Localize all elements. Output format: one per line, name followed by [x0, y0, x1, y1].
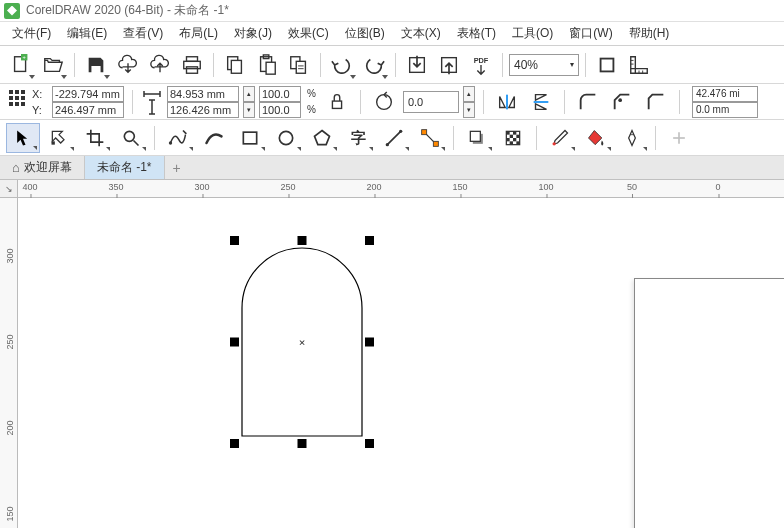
menu-view[interactable]: 查看(V) — [115, 23, 171, 44]
resize-handle-bl[interactable] — [230, 439, 239, 448]
rectangle-tool[interactable] — [233, 123, 267, 153]
cloud-save-button[interactable] — [113, 50, 143, 80]
percent-label: % — [305, 102, 318, 118]
lock-ratio-button[interactable] — [322, 87, 352, 117]
home-icon: ⌂ — [12, 160, 20, 175]
rotation-spinner[interactable]: ▴▾ — [463, 86, 475, 118]
paste-button[interactable] — [252, 50, 282, 80]
menu-layout[interactable]: 布局(L) — [171, 23, 226, 44]
mirror-v-button[interactable] — [526, 87, 556, 117]
vertical-ruler[interactable]: 300 250 200 150 — [0, 198, 18, 528]
menu-bar: 文件(F) 编辑(E) 查看(V) 布局(L) 对象(J) 效果(C) 位图(B… — [0, 22, 784, 46]
resize-handle-tl[interactable] — [230, 236, 239, 245]
size-spinner[interactable]: ▴▾ — [243, 86, 255, 118]
resize-handle-bc[interactable] — [298, 439, 307, 448]
y-position-input[interactable]: 246.497 mm — [52, 102, 124, 118]
pick-tool[interactable] — [6, 123, 40, 153]
resize-handle-ml[interactable] — [230, 338, 239, 347]
import-button[interactable] — [402, 50, 432, 80]
publish-pdf-button[interactable]: PDF — [466, 50, 496, 80]
zoom-level-input[interactable]: 40%▾ — [509, 54, 579, 76]
svg-point-34 — [377, 94, 392, 109]
redo-button[interactable] — [359, 50, 389, 80]
outline-width-input[interactable]: 42.476 mi — [692, 86, 758, 102]
corner-round-button[interactable] — [573, 87, 603, 117]
zoom-tool[interactable] — [114, 123, 148, 153]
svg-rect-56 — [513, 131, 516, 134]
fill-tool[interactable] — [579, 123, 613, 153]
rulers-button[interactable] — [624, 50, 654, 80]
copy-button[interactable] — [220, 50, 250, 80]
resize-handle-mr[interactable] — [365, 338, 374, 347]
ruler-origin[interactable]: ↘ — [0, 180, 18, 198]
menu-object[interactable]: 对象(J) — [226, 23, 280, 44]
duplicate-button[interactable] — [284, 50, 314, 80]
transparency-tool[interactable] — [496, 123, 530, 153]
crop-tool[interactable] — [78, 123, 112, 153]
mirror-h-button[interactable] — [492, 87, 522, 117]
menu-bitmap[interactable]: 位图(B) — [337, 23, 393, 44]
outline-offset-input[interactable]: 0.0 mm — [692, 102, 758, 118]
menu-file[interactable]: 文件(F) — [4, 23, 59, 44]
height-input[interactable]: 126.426 mm — [167, 102, 239, 118]
svg-point-37 — [618, 98, 622, 102]
shape-tool[interactable] — [42, 123, 76, 153]
selected-object[interactable]: × — [230, 236, 374, 448]
freehand-tool[interactable] — [161, 123, 195, 153]
menu-table[interactable]: 表格(T) — [449, 23, 504, 44]
svg-text:+: + — [23, 54, 26, 60]
svg-rect-24 — [9, 90, 13, 94]
corner-chamfer-button[interactable] — [641, 87, 671, 117]
svg-point-47 — [386, 143, 389, 146]
menu-text[interactable]: 文本(X) — [393, 23, 449, 44]
menu-edit[interactable]: 编辑(E) — [59, 23, 115, 44]
resize-handle-tc[interactable] — [298, 236, 307, 245]
width-input[interactable]: 84.953 mm — [167, 86, 239, 102]
svg-rect-61 — [510, 141, 513, 144]
connector-tool[interactable] — [413, 123, 447, 153]
center-marker-icon: × — [299, 336, 306, 349]
fullscreen-button[interactable] — [592, 50, 622, 80]
ellipse-tool[interactable] — [269, 123, 303, 153]
menu-tools[interactable]: 工具(O) — [504, 23, 561, 44]
polygon-tool[interactable] — [305, 123, 339, 153]
svg-rect-26 — [21, 90, 25, 94]
welcome-tab[interactable]: ⌂欢迎屏幕 — [0, 156, 85, 179]
open-button[interactable] — [38, 50, 68, 80]
scale-x-input[interactable]: 100.0 — [259, 86, 301, 102]
svg-rect-33 — [332, 101, 341, 108]
cloud-open-button[interactable] — [145, 50, 175, 80]
export-button[interactable] — [434, 50, 464, 80]
add-tool-button[interactable] — [662, 123, 696, 153]
text-tool[interactable]: 字 — [341, 123, 375, 153]
svg-text:字: 字 — [351, 129, 366, 146]
horizontal-ruler[interactable]: 400 350 300 250 200 150 100 50 0 — [18, 180, 784, 198]
dimension-tool[interactable] — [377, 123, 411, 153]
rotation-input[interactable]: 0.0 — [403, 91, 459, 113]
outline-pen-tool[interactable] — [615, 123, 649, 153]
resize-handle-tr[interactable] — [365, 236, 374, 245]
new-tab-button[interactable]: + — [165, 156, 189, 179]
app-logo-icon — [4, 3, 20, 19]
corner-scallop-button[interactable] — [607, 87, 637, 117]
svg-point-63 — [553, 142, 556, 145]
svg-rect-27 — [9, 96, 13, 100]
print-button[interactable] — [177, 50, 207, 80]
scale-y-input[interactable]: 100.0 — [259, 102, 301, 118]
x-position-input[interactable]: -229.794 mm — [52, 86, 124, 102]
position-icon — [6, 87, 28, 117]
save-button[interactable] — [81, 50, 111, 80]
svg-line-40 — [134, 140, 139, 145]
svg-point-48 — [399, 129, 402, 132]
drop-shadow-tool[interactable] — [460, 123, 494, 153]
menu-window[interactable]: 窗口(W) — [561, 23, 620, 44]
new-button[interactable]: + — [6, 50, 36, 80]
document-tab[interactable]: 未命名 -1* — [85, 156, 165, 179]
drawing-canvas[interactable]: × — [18, 198, 784, 528]
menu-effects[interactable]: 效果(C) — [280, 23, 337, 44]
undo-button[interactable] — [327, 50, 357, 80]
menu-help[interactable]: 帮助(H) — [621, 23, 678, 44]
artistic-media-tool[interactable] — [197, 123, 231, 153]
resize-handle-br[interactable] — [365, 439, 374, 448]
eyedropper-tool[interactable] — [543, 123, 577, 153]
